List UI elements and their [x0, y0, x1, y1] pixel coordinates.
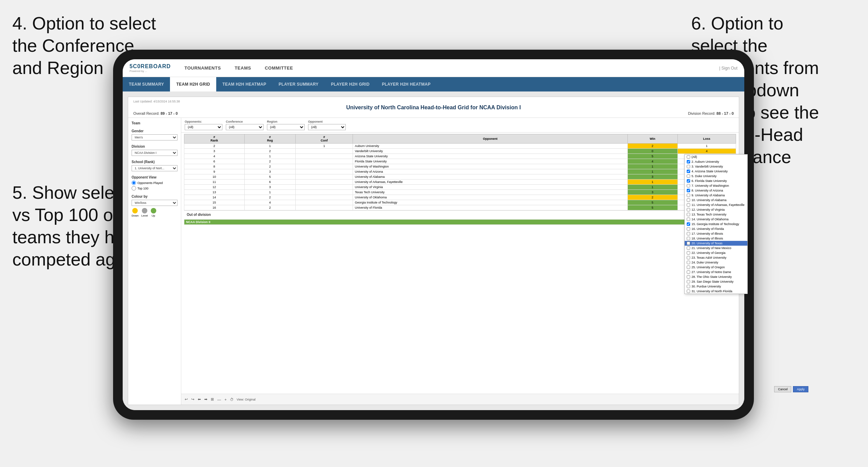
dropdown-item[interactable]: (All): [685, 155, 739, 159]
dot-level: [142, 208, 147, 213]
dropdown-item[interactable]: 14. University of Oklahoma: [685, 217, 739, 222]
table-row: 9 3 University of Arizona 1 0: [184, 169, 736, 174]
conference-filter-group: Conference (All): [226, 120, 264, 130]
sidebar-gender-label: Gender: [132, 129, 178, 133]
nav-committee[interactable]: COMMITTEE: [258, 59, 300, 77]
panel-records: Overall Record: 89 - 17 - 0 Division Rec…: [133, 111, 734, 116]
dropdown-item[interactable]: 28. The Ohio State University: [685, 274, 739, 279]
panel-body: Team Gender Men's Division NCAA Division…: [128, 118, 739, 405]
region-select[interactable]: (All): [267, 124, 305, 130]
dropdown-item[interactable]: 23. Texas A&M University: [685, 255, 739, 260]
nav-teams[interactable]: TEAMS: [228, 59, 258, 77]
opponent-dropdown[interactable]: (All)2. Auburn University3. Vanderbilt U…: [684, 154, 739, 294]
dropdown-item[interactable]: 5. Duke University: [685, 174, 739, 179]
sub-nav: TEAM SUMMARY TEAM H2H GRID TEAM H2H HEAT…: [123, 77, 744, 91]
table-row: 8 2 University of Washington 1 0: [184, 164, 736, 169]
region-label: Region: [267, 120, 305, 123]
opponent-select[interactable]: (All): [308, 124, 346, 130]
table-row: 10 5 University of Alabama 3 0: [184, 174, 736, 180]
tab-team-h2h-grid[interactable]: TEAM H2H GRID: [170, 77, 216, 91]
apply-button[interactable]: Apply: [793, 386, 808, 392]
colour-dots: Down Level Up: [132, 208, 178, 217]
table-row: 13 1 Texas Tech University 3 0: [184, 190, 736, 195]
school-select[interactable]: 1. University of Nort...: [132, 165, 178, 171]
dropdown-item[interactable]: 27. University of Notre Dame: [685, 270, 739, 274]
top-nav: 5C0REBOARD Powered by ... TOURNAMENTS TE…: [123, 59, 744, 77]
forward-btn[interactable]: ➡: [204, 397, 208, 402]
conference-select[interactable]: (All): [226, 124, 264, 130]
undo-btn[interactable]: ↩: [184, 397, 188, 402]
dropdown-item[interactable]: 25. University of Oregon: [685, 265, 739, 270]
table-row: 15 4 Georgia Institute of Technology 5 1: [184, 200, 736, 205]
dropdown-item[interactable]: 22. University of Georgia: [685, 250, 739, 255]
sidebar-school-label: School (Rank): [132, 160, 178, 164]
region-filter-group: Region (All): [267, 120, 305, 130]
dropdown-item[interactable]: 4. Arizona State University: [685, 169, 739, 174]
dropdown-item[interactable]: 13. Texas Tech University: [685, 212, 739, 217]
sidebar-colour-label: Colour by: [132, 195, 178, 198]
dropdown-item[interactable]: 11. University of Arkansas, Fayetteville: [685, 202, 739, 207]
tab-player-h2h-heatmap[interactable]: PLAYER H2H HEATMAP: [376, 77, 437, 91]
col-opponent: Opponent: [353, 134, 627, 144]
dropdown-item[interactable]: 17. University of Illinois: [685, 231, 739, 236]
plus-btn[interactable]: +: [224, 397, 227, 402]
dropdown-item[interactable]: 8. University of Arizona: [685, 188, 739, 193]
gender-select[interactable]: Men's: [132, 134, 178, 140]
sidebar: Team Gender Men's Division NCAA Division…: [128, 118, 181, 405]
view-label: View: Original: [236, 398, 255, 401]
dropdown-item[interactable]: 31. University of North Florida: [685, 289, 739, 294]
dropdown-item[interactable]: 9. University of Alabama: [685, 193, 739, 198]
tab-team-summary[interactable]: TEAM SUMMARY: [123, 77, 170, 91]
radio-top100[interactable]: Top 100: [132, 186, 178, 191]
col-loss: Loss: [677, 134, 736, 144]
sidebar-team-label: Team: [132, 121, 178, 125]
out-of-division-label: Out of division: [184, 210, 736, 219]
home-btn[interactable]: ⊞: [210, 397, 215, 402]
main-content: Last Updated: 4/15/2024 16:55:38 Univers…: [123, 91, 744, 410]
dropdown-item[interactable]: 30. Purdue University: [685, 284, 739, 289]
cancel-button[interactable]: Cancel: [774, 386, 791, 392]
panel-meta: Last Updated: 4/15/2024 16:55:38: [133, 100, 734, 103]
dropdown-item[interactable]: 7. University of Washington: [685, 183, 739, 188]
table-row: 16 2 University of Florida 5 1: [184, 205, 736, 210]
overall-record: Overall Record: 89 - 17 - 0: [133, 111, 178, 115]
filter-row: Opponents: (All) Conference (All): [181, 118, 739, 133]
nav-signout[interactable]: | Sign Out: [719, 66, 737, 71]
dropdown-item[interactable]: 18. University of Illinois: [685, 236, 739, 241]
radio-group: Opponents Played Top 100: [132, 181, 178, 191]
table-row: 6 2 Florida State University 4 2: [184, 159, 736, 164]
division-table: NCAA Division II 1 0: [184, 219, 736, 225]
dot-down: [132, 208, 138, 213]
tab-team-h2h-heatmap[interactable]: TEAM H2H HEATMAP: [216, 77, 272, 91]
conference-label: Conference: [226, 120, 264, 123]
dropdown-item[interactable]: 3. Vanderbilt University: [685, 164, 739, 169]
dropdown-item[interactable]: 2. Auburn University: [685, 159, 739, 164]
panel-header: Last Updated: 4/15/2024 16:55:38 Univers…: [128, 97, 739, 118]
sidebar-division-label: Division: [132, 145, 178, 148]
dropdown-item[interactable]: 20. University of Texas: [685, 241, 739, 246]
opponents-select[interactable]: (All): [185, 124, 222, 130]
clock-btn[interactable]: ⏱: [229, 397, 234, 402]
dropdown-item[interactable]: 29. San Diego State University: [685, 279, 739, 284]
division-select[interactable]: NCAA Division I: [132, 150, 178, 156]
dropdown-item[interactable]: 16. University of Florida: [685, 226, 739, 231]
nav-tournaments[interactable]: TOURNAMENTS: [178, 59, 228, 77]
col-rank: #Rank: [184, 134, 245, 144]
tab-player-h2h-grid[interactable]: PLAYER H2H GRID: [325, 77, 376, 91]
table-row: 4 1 Arizona State University 5 1: [184, 154, 736, 159]
redo-btn[interactable]: ↪: [191, 397, 195, 402]
colour-select[interactable]: Win/loss: [132, 200, 178, 206]
col-reg: #Reg: [244, 134, 295, 144]
dropdown-item[interactable]: 10. University of Alabama: [685, 198, 739, 202]
dropdown-item[interactable]: 24. Duke University: [685, 260, 739, 265]
opponent-filter-group: Opponent (All): [308, 120, 346, 130]
col-win: Win: [627, 134, 677, 144]
tab-player-summary[interactable]: PLAYER SUMMARY: [272, 77, 325, 91]
back-btn[interactable]: ⬅: [197, 397, 201, 402]
dropdown-item[interactable]: 12. University of Virginia: [685, 207, 739, 212]
dropdown-item[interactable]: 21. University of New Mexico: [685, 246, 739, 250]
dropdown-item[interactable]: 15. Georgia Institute of Technology: [685, 222, 739, 226]
dropdown-item[interactable]: 6. Florida State University: [685, 179, 739, 183]
radio-opponents-played[interactable]: Opponents Played: [132, 181, 178, 185]
minus-btn[interactable]: —: [217, 397, 222, 402]
